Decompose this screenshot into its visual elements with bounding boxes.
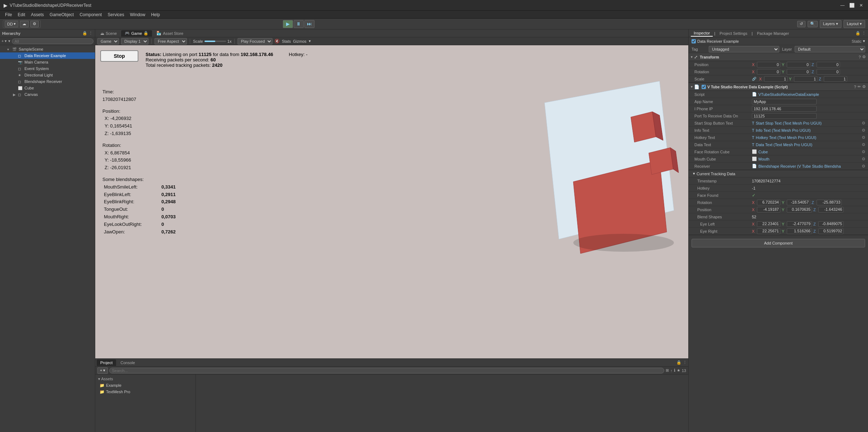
menu-gameobject[interactable]: GameObject [47,11,77,18]
project-icon4[interactable]: ★ [677,368,680,373]
project-add-button[interactable]: + ▾ [97,367,108,374]
phone-ip-field[interactable] [752,106,817,112]
scale-y-field[interactable] [794,76,817,82]
script-header[interactable]: ▾ 📄 V Tube Studio Receive Data Example (… [689,83,868,91]
folder-example[interactable]: 📁 Example [97,382,194,389]
scale-z-field[interactable] [824,76,847,82]
tree-item-event-system[interactable]: ◻ Event System [0,65,95,72]
menu-file[interactable]: File [2,11,15,18]
project-icon2[interactable]: ↑ [670,368,672,373]
script-info-button[interactable]: ? [854,84,856,89]
tab-scene[interactable]: ⛰ Scene [97,30,120,37]
hierarchy-search-input[interactable] [12,38,93,44]
project-search-input[interactable] [109,368,664,373]
pos-y-field[interactable] [787,62,810,68]
tag-select[interactable]: Untagged [709,46,779,52]
data-text-link-btn[interactable]: ⊙ [862,142,865,147]
menu-help[interactable]: Help [148,11,163,18]
add-component-button[interactable]: Add Component [692,239,865,247]
tree-item-cube[interactable]: ⬜ Cube [0,85,95,91]
layer-select[interactable]: Default [795,46,865,52]
face-rotation-link-btn[interactable]: ⊙ [862,149,865,154]
menu-edit[interactable]: Edit [15,11,28,18]
project-lock-button[interactable]: 🔒 [676,360,681,365]
project-icon1[interactable]: ⊞ [666,368,669,373]
project-menu-button[interactable]: ⋮ [683,360,687,365]
menu-window[interactable]: Window [127,11,148,18]
tree-item-canvas[interactable]: ▶ ◻ Canvas [0,91,95,98]
menu-assets[interactable]: Assets [28,11,47,18]
minimize-button[interactable]: — [839,2,846,9]
play-focused-select[interactable]: Play Focused [238,38,272,45]
inspector-lock-button[interactable]: 🔒 [855,31,860,36]
tree-item-samplescene[interactable]: ▾ 🎬 SampleScene [0,46,95,52]
startstop-link-btn[interactable]: ⊙ [862,121,865,125]
rotation-section: Rotation: X: 6,867854 Y: -18,55966 Z: -2… [102,142,190,172]
hotkey-text-link-btn[interactable]: ⊙ [862,135,865,140]
info-text-ref: T Info Text (Text Mesh Pro UGUI) [752,128,810,133]
tab-package-manager[interactable]: Package Manager [754,31,792,36]
menu-component[interactable]: Component [77,11,105,18]
rot-y-field[interactable] [787,69,810,75]
script-settings-button[interactable]: ⚙ [862,84,866,89]
viewport-toolbar: Game Display 1 Free Aspect Scale 1x Play [95,37,688,45]
folder-icon: 📁 [100,390,105,394]
tree-item-data-receiver-example[interactable]: ◻ Data Receiver Example [0,52,95,59]
project-icon3[interactable]: ℹ [674,368,675,373]
rot-x-field[interactable] [757,69,780,75]
tree-item-main-camera[interactable]: 📷 Main Camera [0,59,95,65]
tree-item-blendshape-receiver[interactable]: ◻ Blendshape Receiver [0,78,95,85]
game-select[interactable]: Game [97,38,119,45]
tab-console[interactable]: Console [117,359,138,366]
transform-header[interactable]: ▾ ⤢ Transform ? ⚙ [689,53,868,61]
hierarchy-add-button[interactable]: + ▾ [1,39,7,43]
menu-services[interactable]: Services [105,11,127,18]
step-button[interactable]: ⏭ [304,20,314,28]
mouth-cube-ref: ⬜ Mouth [752,157,770,161]
cloud-button[interactable]: ☁ [20,21,29,27]
tab-game[interactable]: 🎮 Game 🔒 [121,30,152,37]
tree-item-directional-light[interactable]: ☀ Directional Light [0,72,95,78]
port-field[interactable] [752,113,817,119]
folder-textmesh[interactable]: 📁 TextMesh Pro [97,389,194,395]
hierarchy-lock-button[interactable]: 🔒 [82,31,87,36]
tab-asset-store[interactable]: 🏪 Asset Store [153,30,187,37]
transform-settings-button[interactable]: ⚙ [862,55,866,59]
close-button[interactable]: ✕ [858,2,864,9]
mouth-cube-link-btn[interactable]: ⊙ [862,157,865,161]
pause-button[interactable]: ⏸ [294,20,304,28]
app-name-field[interactable] [752,99,817,104]
display-select[interactable]: Display 1 [121,38,148,45]
transform-info-button[interactable]: ? [859,55,861,59]
data-text-row: Data Text T Data Text (Text Mesh Pro UGU… [689,141,868,148]
tab-project[interactable]: Project [97,359,116,366]
info-text-link-btn[interactable]: ⊙ [862,128,865,133]
pos-z-field[interactable] [817,62,840,68]
project-panel: Project Console 🔒 ⋮ + ▾ ⊞ ↑ [95,359,688,432]
history-button[interactable]: ↺ [797,21,805,27]
tracking-header[interactable]: ▾ Current Tracking Data [689,170,868,177]
aspect-select[interactable]: Free Aspect [155,38,187,45]
tab-project-settings[interactable]: Project Settings [717,31,750,36]
rot-z-field[interactable] [817,69,840,75]
object-active-checkbox[interactable] [692,39,696,43]
script-active-checkbox[interactable] [702,85,706,89]
chevron-down-icon: ▾ [14,22,16,26]
scale-slider[interactable] [205,41,226,42]
settings-button[interactable]: ⚙ [30,21,39,27]
stop-button[interactable]: Stop [100,50,138,62]
layout-button[interactable]: Layout ▾ [844,20,865,28]
play-button[interactable]: ▶ [283,20,293,28]
inspector-menu-button[interactable]: ⋮ [862,31,866,36]
account-button[interactable]: DD ▾ [5,21,18,27]
gamepad-icon: 🎮 [125,31,130,36]
scale-x-field[interactable] [764,76,787,82]
layers-button[interactable]: Layers ▾ [820,20,841,28]
search-button[interactable]: 🔍 [808,21,818,27]
tab-inspector[interactable]: Inspector [691,30,713,37]
hierarchy-menu-button[interactable]: ⋮ [89,31,93,36]
script-edit-button[interactable]: ✏ [858,84,861,89]
pos-x-field[interactable] [757,62,780,68]
maximize-button[interactable]: ⬜ [849,2,855,9]
receiver-link-btn[interactable]: ⊙ [862,164,865,168]
